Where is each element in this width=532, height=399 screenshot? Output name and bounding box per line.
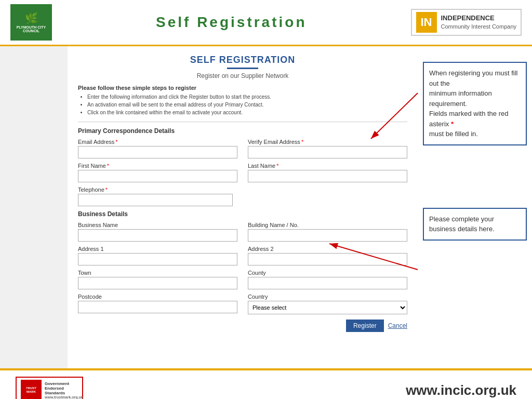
building-name-group: Building Name / No.	[248, 222, 407, 242]
town-row: Town County	[78, 270, 407, 289]
plymouth-logo: 🌿 PLYMOUTH CITY COUNCIL	[10, 4, 52, 41]
email-input[interactable]	[78, 146, 237, 158]
verify-email-label: Verify Email Address*	[248, 139, 407, 145]
business-name-input[interactable]	[78, 229, 237, 242]
independence-text: INDEPENDENCE Community Interest Company	[441, 14, 517, 30]
email-row: Email Address* Verify Email Address*	[78, 139, 407, 158]
postcode-input[interactable]	[78, 301, 237, 313]
annotation-text-3: Fields marked with the red asterix	[429, 110, 508, 128]
page-header: 🌿 PLYMOUTH CITY COUNCIL Self Registratio…	[0, 0, 532, 46]
address2-group: Address 2	[248, 246, 407, 265]
steps-title: Please follow these simple steps to regi…	[78, 85, 407, 91]
email-label: Email Address*	[78, 139, 237, 145]
step-2: An activation email will be sent to the …	[87, 101, 407, 109]
steps-section: Please follow these simple steps to regi…	[78, 85, 407, 116]
postcode-label: Postcode	[78, 294, 237, 300]
last-name-group: Last Name*	[248, 163, 407, 182]
telephone-row: Telephone*	[78, 187, 407, 206]
first-name-input[interactable]	[78, 170, 237, 182]
telephone-input[interactable]	[78, 194, 233, 206]
annotation-text-4: must be filled in.	[429, 130, 478, 138]
county-group: County	[248, 270, 407, 289]
email-group: Email Address*	[78, 139, 237, 158]
building-name-input[interactable]	[248, 229, 407, 242]
page-title: Self Registration	[52, 14, 411, 31]
trustmark-badge: TRUSTMARK Government Endorsed Standards …	[16, 377, 83, 399]
county-label: County	[248, 270, 407, 276]
first-name-label: First Name*	[78, 163, 237, 169]
step-3: Click on the link contained within the e…	[87, 109, 407, 116]
form-title: SELF REGISTRATION	[78, 55, 407, 65]
verify-email-group: Verify Email Address*	[248, 139, 407, 158]
step-1: Enter the following information and clic…	[87, 93, 407, 101]
last-name-label: Last Name*	[248, 163, 407, 169]
country-group: Country Please select	[248, 294, 407, 314]
postcode-row: Postcode Country Please select	[78, 294, 407, 314]
telephone-group: Telephone*	[78, 187, 233, 206]
page-footer: TRUSTMARK Government Endorsed Standards …	[0, 368, 532, 399]
main-content: SELF REGISTRATION Register on our Suppli…	[0, 46, 532, 368]
business-section-header: Business Details	[78, 210, 407, 218]
address-row: Address 1 Address 2	[78, 246, 407, 265]
telephone-label: Telephone*	[78, 187, 233, 193]
register-button[interactable]: Register	[346, 320, 384, 332]
left-margin	[0, 46, 68, 368]
steps-list: Enter the following information and clic…	[78, 93, 407, 116]
annotation-text-1: When registering you must fill out the	[429, 69, 518, 87]
red-asterix: *	[451, 120, 454, 128]
business-name-group: Business Name	[78, 222, 237, 242]
building-name-label: Building Name / No.	[248, 222, 407, 228]
first-name-group: First Name*	[78, 163, 237, 182]
country-select[interactable]: Please select	[248, 301, 407, 314]
annotation-text-2: minimum information requirement.	[429, 89, 492, 108]
postcode-group: Postcode	[78, 294, 237, 314]
business-name-label: Business Name	[78, 222, 237, 228]
footer-url: www.incic.org.uk	[406, 382, 516, 398]
town-group: Town	[78, 270, 237, 289]
verify-email-input[interactable]	[248, 146, 407, 158]
trustmark-icon: TRUSTMARK	[21, 380, 42, 399]
trustmark-text: Government Endorsed Standards www.trustm…	[45, 381, 83, 399]
annotation-box-2: Please complete yourbusiness details her…	[423, 208, 527, 241]
town-label: Town	[78, 270, 237, 276]
address2-input[interactable]	[248, 253, 407, 265]
last-name-input[interactable]	[248, 170, 407, 182]
annotation-text-5: Please complete yourbusiness details her…	[429, 215, 495, 233]
cancel-button[interactable]: Cancel	[388, 320, 407, 332]
address2-label: Address 2	[248, 246, 407, 252]
independence-logo: IN INDEPENDENCE Community Interest Compa…	[411, 9, 522, 36]
address1-input[interactable]	[78, 253, 237, 265]
form-subtitle: Register on our Supplier Network	[78, 72, 407, 79]
address1-label: Address 1	[78, 246, 237, 252]
plymouth-icon: 🌿	[25, 12, 38, 24]
plymouth-text: PLYMOUTH CITY COUNCIL	[12, 25, 50, 33]
buttons-row: Register Cancel	[78, 320, 407, 332]
business-name-row: Business Name Building Name / No.	[78, 222, 407, 242]
county-input[interactable]	[248, 277, 407, 289]
form-title-underline	[227, 68, 258, 69]
form-container: SELF REGISTRATION Register on our Suppli…	[68, 46, 418, 368]
divider	[78, 122, 407, 122]
annotation-box-1: When registering you must fill out the m…	[423, 62, 527, 145]
name-row: First Name* Last Name*	[78, 163, 407, 182]
country-label: Country	[248, 294, 407, 300]
primary-section-header: Primary Correspondence Details	[78, 127, 407, 135]
address1-group: Address 1	[78, 246, 237, 265]
right-annotations: When registering you must fill out the m…	[418, 46, 532, 368]
town-input[interactable]	[78, 277, 237, 289]
in-badge: IN	[416, 12, 437, 33]
